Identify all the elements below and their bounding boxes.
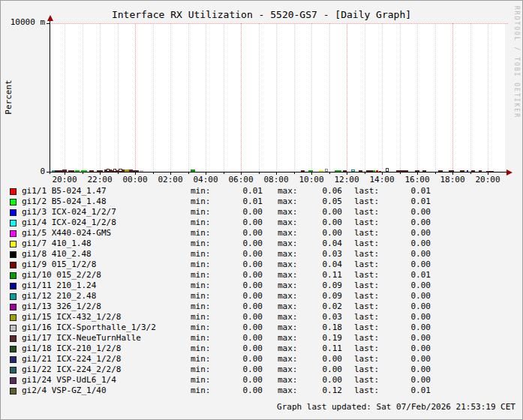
minor-gridline (83, 23, 83, 172)
minor-gridline (224, 23, 224, 172)
legend-row: gi1/8 410_2.48min:0.00max:0.03last:0.00 (10, 249, 505, 260)
legend-series-label: gi1/1 B5-024_1.47 (22, 187, 191, 196)
x-axis-tick (259, 172, 260, 174)
x-axis-tick (382, 172, 383, 175)
x-axis-tick (347, 172, 347, 175)
x-axis-tick (488, 172, 488, 175)
min-value: 0.00 (213, 386, 263, 395)
legend-series-label: gi1/22 ICX-224_2/2/8 (22, 365, 191, 374)
legend-row: gi1/11 210_1.24min:0.00max:0.09last:0.00 (10, 280, 505, 291)
major-gridline (347, 23, 347, 172)
legend-series-label: gi1/7 410_1.48 (22, 239, 191, 248)
min-column-label: min: (191, 365, 213, 374)
max-column-label: max: (278, 292, 293, 301)
legend-series-label: gi1/17 ICX-NeueTurnHalle (22, 334, 191, 343)
min-value: 0.00 (213, 239, 263, 248)
x-tick-label: 04:00 (189, 176, 222, 184)
minor-gridline (259, 23, 260, 172)
last-updated-text: Graph last updated: Sat 07/Feb/2026 21:5… (277, 402, 515, 412)
upper-bound-gridline (48, 23, 508, 24)
max-value: 0.00 (293, 355, 342, 364)
minor-gridline (365, 23, 365, 172)
min-column-label: min: (191, 187, 213, 196)
min-value: 0.01 (213, 197, 263, 206)
last-value: 0.00 (381, 218, 431, 227)
max-column-label: max: (278, 323, 293, 332)
max-column-label: max: (278, 313, 293, 322)
legend-series-label: gi1/4 ICX-024_1/2/8 (22, 218, 191, 227)
legend-series-label: gi1/5 X440-024-GMS (22, 229, 191, 238)
min-column-label: min: (191, 344, 213, 353)
legend-row: gi1/7 410_1.48min:0.00max:0.04last:0.00 (10, 238, 505, 249)
x-tick-label: 16:00 (401, 176, 434, 184)
max-column-label: max: (278, 197, 293, 206)
last-value: 0.00 (381, 323, 431, 332)
y-axis-label: Percent (4, 45, 14, 150)
minor-gridline (417, 23, 418, 172)
legend-series-label: gi1/3 ICX-024_1/2/7 (22, 208, 191, 217)
min-value: 0.00 (213, 250, 263, 259)
legend-row: gi1/17 ICX-NeueTurnHallemin:0.00max:0.19… (10, 333, 505, 344)
last-value: 0.00 (381, 292, 431, 301)
x-tick-label: 00:00 (119, 176, 152, 184)
legend-color-swatch (10, 272, 17, 279)
y-tick-label-zero: 0 (2, 167, 45, 176)
min-value: 0.00 (213, 208, 263, 217)
min-column-label: min: (191, 250, 213, 259)
last-column-label: last: (354, 187, 381, 196)
legend-series-label: gi1/9 015_1/2/8 (22, 260, 191, 269)
legend-color-swatch (10, 346, 17, 352)
major-gridline (135, 23, 136, 172)
x-axis-tick (365, 172, 365, 174)
legend-row: gi1/4 ICX-024_1/2/8min:0.00max:0.00last:… (10, 218, 505, 228)
last-column-label: last: (354, 355, 381, 364)
max-value: 0.03 (293, 313, 342, 322)
max-value: 0.09 (293, 292, 342, 301)
min-column-label: min: (191, 260, 213, 269)
minor-gridline (276, 23, 277, 172)
last-value: 0.00 (381, 260, 431, 269)
legend-color-swatch (10, 293, 17, 300)
max-value: 0.00 (293, 229, 342, 238)
min-value: 0.00 (213, 218, 263, 227)
max-column-label: max: (278, 365, 293, 374)
x-axis-tick (400, 172, 401, 174)
max-column-label: max: (278, 376, 293, 385)
x-tick-label: 12:00 (330, 176, 363, 184)
max-column-label: max: (278, 302, 293, 311)
minor-gridline (400, 23, 401, 172)
legend: gi1/1 B5-024_1.47min:0.01max:0.06last:0.… (10, 186, 505, 396)
legend-row: gi1/1 B5-024_1.47min:0.01max:0.06last:0.… (10, 186, 505, 196)
legend-series-label: gi1/2 B5-024_1.48 (22, 197, 191, 206)
legend-color-swatch (10, 367, 17, 374)
y-tick-top (47, 23, 50, 24)
min-value: 0.00 (213, 313, 263, 322)
min-value: 0.00 (213, 344, 263, 353)
minor-gridline (294, 23, 295, 172)
last-value: 0.00 (381, 365, 431, 374)
legend-row: gi1/24 VSP-UdL6_1/4min:0.00max:0.00last:… (10, 375, 505, 386)
last-value: 0.00 (381, 250, 431, 259)
last-column-label: last: (354, 218, 381, 227)
x-axis-tick (65, 172, 65, 175)
last-column-label: last: (354, 197, 381, 206)
max-value: 0.11 (293, 271, 342, 280)
last-value: 0.00 (381, 208, 431, 217)
legend-series-label: gi1/18 ICX-210_1/2/8 (22, 344, 191, 353)
x-axis-tick (294, 172, 295, 174)
minor-gridline (65, 23, 65, 172)
last-column-label: last: (354, 302, 381, 311)
min-column-label: min: (191, 334, 213, 343)
min-column-label: min: (191, 355, 213, 364)
max-value: 0.06 (293, 187, 342, 196)
last-column-label: last: (354, 271, 381, 280)
legend-series-label: gi1/11 210_1.24 (22, 281, 191, 290)
last-column-label: last: (354, 313, 381, 322)
legend-series-label: gi1/8 410_2.48 (22, 250, 191, 259)
min-value: 0.00 (213, 271, 263, 280)
x-axis-line (47, 172, 506, 172)
max-column-label: max: (278, 239, 293, 248)
legend-color-swatch (10, 220, 17, 226)
min-value: 0.00 (213, 365, 263, 374)
min-column-label: min: (191, 302, 213, 311)
